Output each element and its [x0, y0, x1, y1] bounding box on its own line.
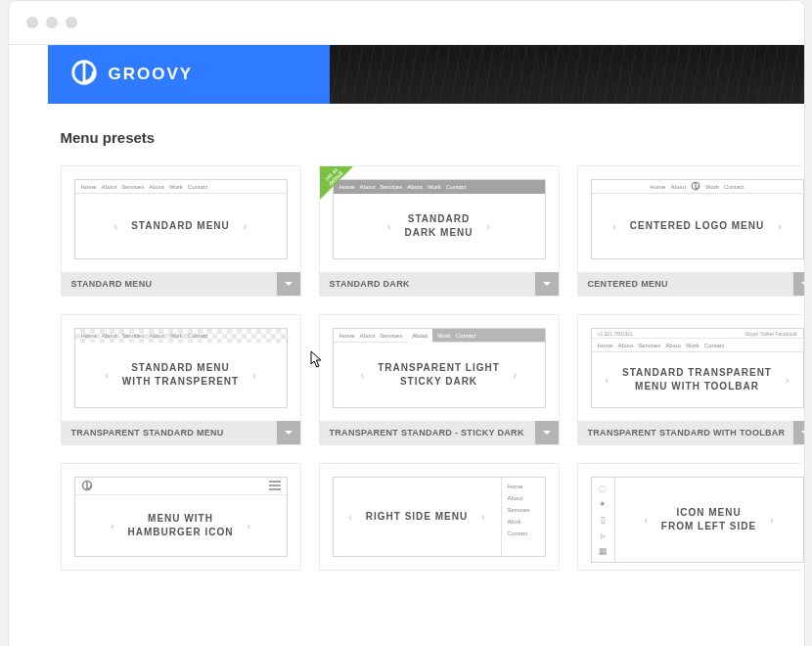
preset-dropdown-button[interactable]	[277, 421, 300, 444]
demo-nav-item: About	[360, 333, 376, 339]
demo-nav-item: About	[670, 184, 686, 190]
preset-card[interactable]: ‹ RIGHT SIDE MENU › Home About Services …	[319, 463, 560, 571]
prev-arrow-icon: ‹	[609, 221, 619, 232]
demo-nav-item: Services	[380, 333, 402, 339]
demo-nav-item: Home	[650, 184, 665, 190]
preset-card[interactable]: HomeAboutServicesAboutWorkContact ‹ STAN…	[61, 314, 301, 445]
demo-nav-item: Work	[428, 184, 441, 190]
demo-nav-item: Contact	[188, 333, 208, 339]
preset-title: STANDARD MENUWITH TRANSPERENT	[122, 361, 239, 390]
section-title: Menu presets	[61, 129, 804, 146]
preset-caption-bar: STANDARD MENU	[62, 272, 300, 296]
demo-nav-item: Home	[598, 343, 613, 348]
preset-dropdown-button[interactable]	[535, 272, 559, 296]
preset-caption: TRANSPARENT STANDARD - STICKY DARK	[320, 428, 535, 438]
brand-logo-icon	[69, 58, 99, 91]
toolbar-social: Skype Twitter Facebook	[744, 331, 796, 337]
preset-preview: ‹ MENU WITHHAMBURGER ICON ›	[62, 464, 300, 570]
preset-caption-bar: CENTERED MENU	[578, 272, 804, 296]
window-zoom-icon[interactable]	[66, 17, 77, 28]
brand-name: GROOVY	[109, 65, 194, 84]
demo-nav-item: Contact	[456, 333, 476, 339]
demo-nav-item: About	[407, 184, 423, 190]
preset-title: STANDARD TRANSPARENTMENU WITH TOOLBAR	[622, 366, 772, 394]
prev-arrow-icon: ‹	[101, 370, 112, 381]
side-icon-grid: ▦	[599, 546, 608, 556]
side-nav-item: Home	[508, 484, 539, 489]
demo-nav-item: Contact	[188, 184, 208, 190]
demo-nav-item: Services	[121, 333, 144, 339]
demo-nav-item: Contact	[446, 184, 467, 190]
hamburger-icon	[269, 478, 281, 495]
preset-dropdown-button[interactable]	[793, 421, 804, 444]
preset-caption: TRANSPARENT STANDARD WITH TOOLBAR	[578, 428, 793, 438]
preset-preview: Home About Services About Work Contact ‹…	[320, 315, 559, 421]
preset-preview: HomeAboutServicesAboutWorkContact ‹ STAN…	[62, 315, 300, 421]
demo-nav-item: Home	[81, 184, 97, 190]
prev-arrow-icon: ‹	[602, 375, 612, 386]
side-icon-box: ▯	[601, 515, 606, 525]
preset-caption: CENTERED MENU	[578, 279, 793, 289]
preset-card[interactable]: ◌ ✦ ▯ ▹ ▦ ‹ ICON MENUFROM LEFT SIDE ›	[577, 463, 804, 571]
next-arrow-icon: ›	[782, 375, 792, 386]
preset-card[interactable]: Home About Services About Work Contact ‹…	[319, 314, 560, 445]
side-icon-compass: ✦	[599, 499, 607, 509]
side-nav-item: Work	[508, 519, 539, 525]
demo-nav-item: Home	[339, 333, 355, 339]
preset-title: TRANSPARENT LIGHTSTICKY DARK	[378, 361, 500, 390]
preset-title: MENU WITHHAMBURGER ICON	[128, 512, 234, 540]
side-nav-item: Services	[508, 507, 539, 513]
window-titlebar	[9, 1, 804, 45]
demo-nav-item: Work	[705, 184, 719, 190]
toolbar-phone: +1 321 7891321	[598, 331, 633, 337]
preset-title: CENTERED LOGO MENU	[630, 219, 764, 234]
demo-nav-logo-icon	[691, 181, 700, 192]
preset-card[interactable]: +1 321 7891321 Skype Twitter Facebook Ho…	[577, 314, 804, 445]
demo-nav-item: About	[618, 343, 634, 348]
preset-dropdown-button[interactable]	[277, 272, 300, 296]
preset-dropdown-button[interactable]	[535, 421, 559, 444]
preset-preview: ‹ RIGHT SIDE MENU › Home About Services …	[320, 464, 559, 570]
preset-grid: HomeAboutServicesAboutWorkContact ‹ STAN…	[48, 165, 804, 571]
preset-caption: STANDARD MENU	[62, 279, 277, 289]
demo-nav-item: About	[102, 184, 117, 190]
preset-card[interactable]: set asdefault HomeAboutServicesAboutWork…	[319, 165, 560, 297]
preset-card[interactable]: HomeAboutServicesAboutWorkContact ‹ STAN…	[61, 165, 301, 297]
demo-nav-item: About	[360, 184, 376, 190]
preset-preview: ◌ ✦ ▯ ▹ ▦ ‹ ICON MENUFROM LEFT SIDE ›	[578, 464, 804, 570]
side-icon-play: ▹	[601, 531, 606, 540]
demo-nav-item: Work	[169, 184, 183, 190]
preset-card[interactable]: Home About Work Contact ‹ CENTERED LOGO …	[577, 165, 804, 297]
hero-image	[330, 45, 804, 104]
demo-nav-item: Work	[686, 343, 699, 348]
side-nav-item: About	[508, 495, 539, 501]
side-nav-item: Contact	[508, 531, 539, 536]
window-minimize-icon[interactable]	[46, 17, 58, 28]
preset-preview: +1 321 7891321 Skype Twitter Facebook Ho…	[578, 315, 804, 421]
preset-caption-bar: TRANSPARENT STANDARD MENU	[62, 421, 300, 444]
side-icon-drop: ◌	[599, 484, 607, 493]
demo-nav-item: Contact	[724, 184, 744, 190]
next-arrow-icon: ›	[766, 515, 777, 526]
hero-banner: GROOVY	[48, 45, 804, 104]
demo-nav-item: Services	[121, 184, 144, 190]
demo-nav-item: About	[102, 333, 117, 339]
next-arrow-icon: ›	[248, 370, 259, 381]
next-arrow-icon: ›	[477, 512, 488, 523]
demo-nav-item: About	[149, 333, 164, 339]
demo-nav-logo-icon	[81, 478, 93, 495]
window-close-icon[interactable]	[26, 17, 38, 28]
preset-title: STANDARD MENU	[131, 219, 230, 234]
preset-dropdown-button[interactable]	[793, 272, 804, 296]
preset-preview: HomeAboutServicesAboutWorkContact ‹ STAN…	[62, 166, 300, 272]
next-arrow-icon: ›	[240, 221, 250, 232]
prev-arrow-icon: ‹	[344, 512, 355, 523]
next-arrow-icon: ›	[483, 221, 494, 232]
preset-preview: set asdefault HomeAboutServicesAboutWork…	[320, 166, 559, 272]
prev-arrow-icon: ‹	[640, 515, 651, 526]
preset-title: STANDARDDARK MENU	[404, 212, 473, 241]
demo-nav-item: About	[149, 184, 164, 190]
demo-nav-item: Services	[380, 184, 402, 190]
preset-card[interactable]: ‹ MENU WITHHAMBURGER ICON ›	[61, 463, 301, 571]
preset-caption: TRANSPARENT STANDARD MENU	[62, 428, 277, 438]
